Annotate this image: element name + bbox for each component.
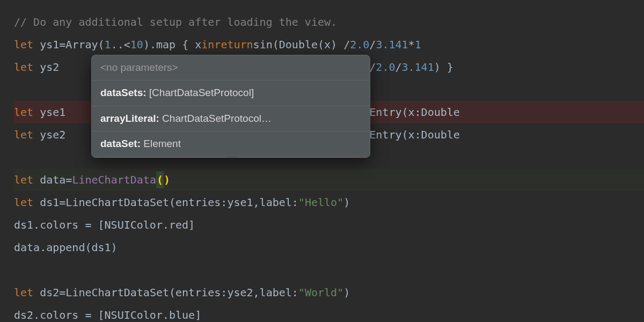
code-text: label <box>260 284 292 301</box>
keyword-let: let <box>14 194 33 211</box>
keyword-let: let <box>14 126 33 143</box>
code-text: ds1.colors = [NSUIColor.red] <box>14 216 195 233</box>
code-text: = <box>59 194 65 211</box>
code-editor[interactable]: // Do any additional setup after loading… <box>0 0 644 322</box>
keyword-in: in <box>201 36 214 53</box>
type-name: LineChartData <box>72 171 156 188</box>
code-text: ) <box>143 36 150 53</box>
code-text: = <box>59 36 65 53</box>
code-text: data.append(ds1) <box>14 239 118 256</box>
comment-text: // Do any additional setup after loading… <box>14 13 337 31</box>
autocomplete-param: arrayLiteral: <box>100 113 159 124</box>
code-line-active: let data = LineChartData() <box>14 169 644 191</box>
identifier: ds2 <box>40 284 59 301</box>
code-text: : <box>292 194 298 211</box>
code-line: let ds1 = LineChartDataSet(entries: yse1… <box>14 191 644 214</box>
popup-arrow-icon <box>226 156 239 158</box>
autocomplete-param: dataSets: <box>100 87 147 98</box>
keyword-let: let <box>14 284 33 301</box>
number-literal: 2.0 <box>350 36 369 53</box>
code-line: data.append(ds1) <box>14 236 644 259</box>
identifier: yse1 <box>40 104 65 121</box>
code-text: : <box>292 284 298 301</box>
code-text: ) <box>343 194 350 211</box>
code-text: ( <box>98 36 105 53</box>
code-text: : <box>221 194 227 211</box>
number-literal: 1 <box>415 36 421 53</box>
code-line: let ds2 = LineChartDataSet(entries: yse2… <box>14 281 644 304</box>
string-literal: "Hello" <box>298 194 343 211</box>
keyword-let: let <box>14 171 33 188</box>
keyword-let: let <box>14 58 33 76</box>
identifier: ds1 <box>40 194 59 211</box>
code-text: : <box>415 104 421 121</box>
code-line: ds1.colors = [NSUIColor.red] <box>14 214 644 236</box>
number-literal: 3.141 <box>402 58 434 76</box>
code-text: = <box>65 171 72 188</box>
identifier: ys2 <box>40 58 59 76</box>
code-text: .map { x <box>150 36 201 53</box>
autocomplete-param: dataSet: <box>100 138 141 149</box>
autocomplete-type: Element <box>141 138 181 149</box>
code-text: Array <box>65 36 98 53</box>
code-text: ) } <box>434 58 453 76</box>
code-text: ds2.colors = [NSUIColor.blue] <box>14 306 201 322</box>
autocomplete-popup[interactable]: <no parameters> dataSets: [ChartDataSetP… <box>91 55 370 158</box>
autocomplete-item-dataset[interactable]: dataSet: Element <box>92 131 370 157</box>
number-literal: 10 <box>130 36 143 53</box>
code-text: LineChartDataSet(entries <box>65 284 221 301</box>
autocomplete-type: ChartDataSetProtocol… <box>159 113 272 124</box>
code-text: / <box>369 36 376 53</box>
code-text: Double <box>421 126 460 143</box>
code-text: LineChartDataSet(entries <box>65 194 221 211</box>
code-text: yse2 <box>227 284 253 301</box>
code-text: = <box>59 284 65 301</box>
code-line: let ys1 = Array(1..<10).map { x in retur… <box>14 33 644 56</box>
code-text: ..< <box>111 36 130 53</box>
code-text: label <box>260 194 292 211</box>
code-text: * <box>408 36 415 53</box>
identifier: ys1 <box>40 36 59 53</box>
identifier: data <box>40 171 65 188</box>
autocomplete-item-arrayliteral[interactable]: arrayLiteral: ChartDataSetProtocol… <box>92 106 370 131</box>
autocomplete-text: <no parameters> <box>100 62 178 73</box>
autocomplete-item-datasets[interactable]: dataSets: [ChartDataSetProtocol] <box>92 80 370 106</box>
number-literal: 3.141 <box>376 36 408 53</box>
code-line: // Do any additional setup after loading… <box>14 11 644 33</box>
code-text: , <box>253 284 260 301</box>
keyword-let: let <box>14 104 33 121</box>
empty-line <box>14 259 644 281</box>
close-paren: ) <box>164 171 170 188</box>
autocomplete-item-no-params[interactable]: <no parameters> <box>92 55 370 80</box>
code-text: ) <box>343 284 350 301</box>
number-literal: 2.0 <box>376 58 395 76</box>
code-line: ds2.colors = [NSUIColor.blue] <box>14 304 644 322</box>
autocomplete-type: [ChartDataSetProtocol] <box>147 87 254 98</box>
code-text: : <box>415 126 421 143</box>
keyword-return: return <box>214 36 253 53</box>
keyword-let: let <box>14 36 33 53</box>
code-text: , <box>253 194 260 211</box>
open-paren: ( <box>156 171 164 188</box>
code-text: sin(Double(x) / <box>253 36 350 53</box>
code-text: : <box>221 284 227 301</box>
code-text: / <box>395 58 401 76</box>
number-literal: 1 <box>105 36 111 53</box>
identifier: yse2 <box>40 126 65 143</box>
string-literal: "World" <box>298 284 343 301</box>
code-text: yse1 <box>227 194 253 211</box>
code-text: Double <box>421 104 460 121</box>
